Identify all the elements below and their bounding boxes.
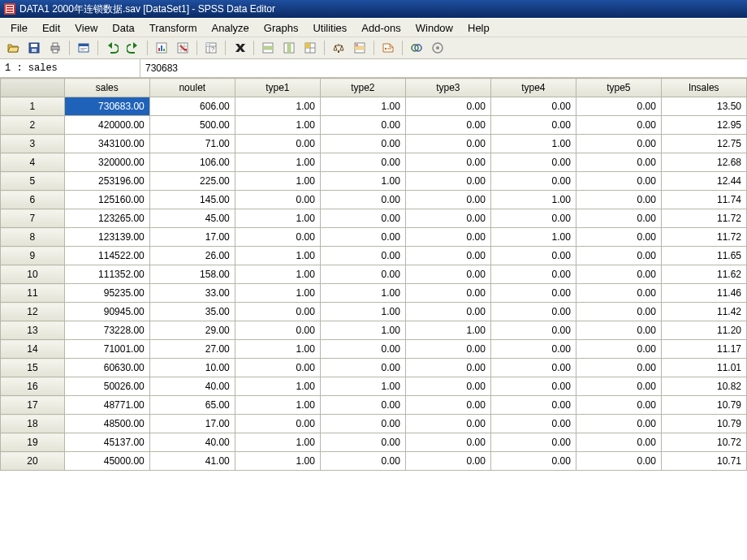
cell[interactable]: 10.71: [661, 452, 746, 471]
cell[interactable]: 0.00: [405, 191, 490, 209]
show-all-icon[interactable]: [428, 38, 447, 58]
row-header[interactable]: 13: [1, 321, 65, 340]
split-file-icon[interactable]: [300, 38, 320, 58]
cell[interactable]: 0.00: [490, 247, 576, 265]
cell[interactable]: 0.00: [405, 209, 490, 228]
cell[interactable]: 60630.00: [64, 359, 149, 377]
cell[interactable]: 0.00: [576, 321, 661, 340]
cell[interactable]: 0.00: [320, 340, 405, 359]
row-header[interactable]: 1: [1, 97, 65, 116]
dialog-recall-icon[interactable]: [74, 38, 93, 58]
cell[interactable]: 1.00: [490, 191, 576, 209]
cell[interactable]: 65.00: [149, 396, 235, 415]
cell[interactable]: 95235.00: [64, 284, 149, 303]
cell[interactable]: 0.00: [576, 116, 661, 135]
cell[interactable]: 11.01: [661, 359, 746, 377]
cell[interactable]: 158.00: [149, 265, 235, 284]
cell[interactable]: 0.00: [320, 433, 405, 452]
cell[interactable]: 12.44: [661, 172, 746, 191]
cell[interactable]: 0.00: [490, 321, 576, 340]
cell[interactable]: 0.00: [576, 247, 661, 265]
cell[interactable]: 420000.00: [64, 116, 149, 135]
cell[interactable]: 145.00: [149, 191, 235, 209]
cell[interactable]: 26.00: [149, 247, 235, 265]
cell-address-box[interactable]: 1 : sales: [0, 59, 140, 77]
cell[interactable]: 10.82: [661, 377, 746, 396]
col-header-type2[interactable]: type2: [320, 79, 405, 97]
cell[interactable]: 0.00: [576, 415, 661, 433]
col-header-type1[interactable]: type1: [235, 79, 320, 97]
row-header[interactable]: 12: [1, 303, 65, 321]
save-icon[interactable]: [24, 38, 44, 58]
cell[interactable]: 106.00: [149, 153, 235, 172]
goto-case-icon[interactable]: [173, 38, 192, 58]
cell[interactable]: 0.00: [405, 97, 490, 116]
cell[interactable]: 225.00: [149, 172, 235, 191]
menu-addons[interactable]: Add-ons: [354, 20, 408, 36]
cell[interactable]: 1.00: [235, 396, 320, 415]
col-header-lnsales[interactable]: lnsales: [661, 79, 746, 97]
cell[interactable]: 10.00: [149, 359, 235, 377]
cell[interactable]: 0.00: [490, 116, 576, 135]
cell[interactable]: 33.00: [149, 284, 235, 303]
cell[interactable]: 0.00: [320, 396, 405, 415]
menu-transform[interactable]: Transform: [142, 20, 205, 36]
cell[interactable]: 0.00: [576, 452, 661, 471]
cell[interactable]: 0.00: [320, 191, 405, 209]
cell[interactable]: 1.00: [320, 377, 405, 396]
menu-analyze[interactable]: Analyze: [205, 20, 257, 36]
cell[interactable]: 0.00: [490, 97, 576, 116]
cell[interactable]: 0.00: [320, 209, 405, 228]
row-header[interactable]: 20: [1, 452, 65, 471]
cell[interactable]: 0.00: [490, 433, 576, 452]
cell[interactable]: 0.00: [490, 377, 576, 396]
cell[interactable]: 0.00: [405, 247, 490, 265]
cell[interactable]: 0.00: [320, 135, 405, 153]
row-header[interactable]: 4: [1, 153, 65, 172]
grid-corner[interactable]: [1, 79, 65, 97]
cell[interactable]: 0.00: [576, 228, 661, 247]
cell[interactable]: 48771.00: [64, 396, 149, 415]
cell[interactable]: 253196.00: [64, 172, 149, 191]
cell-value-box[interactable]: 730683: [140, 59, 747, 77]
cell[interactable]: 11.74: [661, 191, 746, 209]
cell[interactable]: 114522.00: [64, 247, 149, 265]
row-header[interactable]: 8: [1, 228, 65, 247]
menu-view[interactable]: View: [67, 20, 105, 36]
row-header[interactable]: 9: [1, 247, 65, 265]
cell[interactable]: 11.42: [661, 303, 746, 321]
variables-icon[interactable]: ?: [201, 38, 221, 58]
cell[interactable]: 0.00: [320, 452, 405, 471]
cell[interactable]: 0.00: [405, 415, 490, 433]
cell[interactable]: 0.00: [405, 452, 490, 471]
select-cases-icon[interactable]: [350, 38, 369, 58]
cell[interactable]: 0.00: [405, 396, 490, 415]
menu-help[interactable]: Help: [460, 20, 497, 36]
cell[interactable]: 0.00: [576, 284, 661, 303]
cell[interactable]: 343100.00: [64, 135, 149, 153]
cell[interactable]: 606.00: [149, 97, 235, 116]
cell[interactable]: 0.00: [490, 209, 576, 228]
cell[interactable]: 1.00: [320, 172, 405, 191]
insert-case-icon[interactable]: [258, 38, 278, 58]
cell[interactable]: 123139.00: [64, 228, 149, 247]
cell[interactable]: 71.00: [149, 135, 235, 153]
cell[interactable]: 11.46: [661, 284, 746, 303]
cell[interactable]: 0.00: [235, 228, 320, 247]
insert-variable-icon[interactable]: [279, 38, 299, 58]
cell[interactable]: 123265.00: [64, 209, 149, 228]
cell[interactable]: 0.00: [320, 265, 405, 284]
cell[interactable]: 17.00: [149, 415, 235, 433]
cell[interactable]: 0.00: [405, 359, 490, 377]
cell[interactable]: 1.00: [235, 247, 320, 265]
cell[interactable]: 1.00: [320, 284, 405, 303]
cell[interactable]: 1.00: [490, 228, 576, 247]
cell[interactable]: 0.00: [320, 228, 405, 247]
cell[interactable]: 0.00: [490, 153, 576, 172]
cell[interactable]: 12.95: [661, 116, 746, 135]
cell[interactable]: 71001.00: [64, 340, 149, 359]
cell[interactable]: 500.00: [149, 116, 235, 135]
row-header[interactable]: 19: [1, 433, 65, 452]
goto-chart-icon[interactable]: [152, 38, 171, 58]
cell[interactable]: 0.00: [576, 97, 661, 116]
